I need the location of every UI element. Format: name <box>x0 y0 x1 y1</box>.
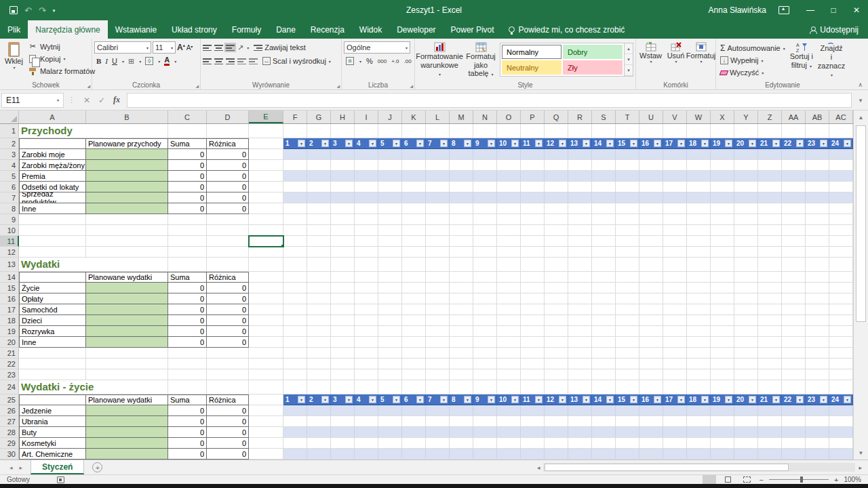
clipboard-dialog-launcher-icon[interactable]: ◢ <box>87 83 90 88</box>
font-name-select[interactable]: Calibri▾ <box>94 41 151 54</box>
row-header-17[interactable]: 17 <box>0 304 19 315</box>
close-button[interactable]: ✕ <box>845 0 868 20</box>
ribbon-tab-recenzja[interactable]: Recenzja <box>303 20 352 39</box>
filter-cell-20[interactable]: 20▼ <box>734 138 758 148</box>
italic-button[interactable]: I <box>105 57 108 65</box>
filter-cell-17[interactable]: 17▼ <box>663 394 687 405</box>
row-header-28[interactable]: 28 <box>0 427 19 438</box>
cell[interactable]: 0 <box>168 283 207 293</box>
filter-dropdown-icon[interactable]: ▼ <box>701 140 709 147</box>
scroll-right-icon[interactable]: ▸ <box>855 464 865 471</box>
filter-cell-24[interactable]: 24▼ <box>829 394 853 405</box>
column-header-I[interactable]: I <box>355 110 378 123</box>
filter-dropdown-icon[interactable]: ▼ <box>464 140 471 147</box>
cell[interactable] <box>249 171 283 182</box>
filter-dropdown-icon[interactable]: ▼ <box>677 140 685 147</box>
zoom-slider[interactable] <box>769 479 829 480</box>
filter-cell-21[interactable]: 21▼ <box>758 394 782 405</box>
cell[interactable]: Planowane przychody <box>86 138 168 149</box>
cell[interactable] <box>207 380 249 394</box>
cell[interactable]: 0 <box>168 405 207 416</box>
cell[interactable] <box>86 283 168 293</box>
autosum-button[interactable]: ΣAutosumowanie▾ <box>718 43 787 54</box>
grid-rest[interactable] <box>283 326 853 337</box>
filter-cell-15[interactable]: 15▼ <box>616 138 639 148</box>
cell[interactable]: Premia <box>19 171 86 182</box>
filter-dropdown-icon[interactable]: ▼ <box>321 140 329 147</box>
cell[interactable]: Planowane wydatki <box>86 394 168 405</box>
insert-cells-button[interactable]: Wstaw▾ <box>638 41 663 80</box>
filter-cell-24[interactable]: 24▼ <box>829 138 853 148</box>
cell[interactable] <box>19 272 86 283</box>
cell[interactable] <box>249 369 283 380</box>
filter-dropdown-icon[interactable]: ▼ <box>796 396 804 403</box>
row-header-16[interactable]: 16 <box>0 293 19 304</box>
filter-cell-14[interactable]: 14▼ <box>592 394 616 405</box>
save-icon[interactable] <box>9 6 18 14</box>
cell[interactable] <box>249 293 283 304</box>
cell[interactable] <box>207 258 249 272</box>
filter-cell-10[interactable]: 10▼ <box>497 138 521 148</box>
cell[interactable] <box>168 225 207 236</box>
filter-dropdown-icon[interactable]: ▼ <box>606 140 614 147</box>
row-header-10[interactable]: 10 <box>0 225 19 236</box>
grid-rest[interactable] <box>283 449 853 460</box>
filter-cell-5[interactable]: 5▼ <box>378 394 402 405</box>
row-header-23[interactable]: 23 <box>0 369 19 380</box>
cell[interactable]: 0 <box>168 449 207 460</box>
scroll-up-icon[interactable]: ▲ <box>854 110 868 124</box>
filter-cell-9[interactable]: 9▼ <box>473 138 497 148</box>
column-header-W[interactable]: W <box>687 110 711 123</box>
row-header-3[interactable]: 3 <box>0 149 19 160</box>
borders-icon[interactable]: ⊞ <box>128 57 134 66</box>
copy-button[interactable]: Kopiuj▾ <box>26 53 97 64</box>
filter-dropdown-icon[interactable]: ▼ <box>488 396 495 403</box>
cell[interactable] <box>249 427 283 438</box>
column-header-X[interactable]: X <box>711 110 734 123</box>
cell[interactable]: Różnica <box>207 394 249 405</box>
shrink-font-icon[interactable]: A▾ <box>186 44 193 52</box>
cell[interactable]: 0 <box>207 326 249 337</box>
paste-button[interactable]: Wklej ▾ <box>2 41 26 77</box>
cell[interactable] <box>168 380 207 394</box>
cell[interactable] <box>86 149 168 160</box>
share-button[interactable]: Udostępnij <box>810 20 868 39</box>
grid-rest[interactable] <box>283 272 853 283</box>
cell[interactable]: 0 <box>168 326 207 337</box>
horizontal-scrollbar[interactable]: ◂ ▸ <box>534 460 868 474</box>
align-middle-icon[interactable] <box>214 44 223 51</box>
row-header-27[interactable]: 27 <box>0 416 19 427</box>
filter-cell-12[interactable]: 12▼ <box>545 394 568 405</box>
row-header-13[interactable]: 13 <box>0 258 19 272</box>
cell[interactable] <box>249 348 283 359</box>
filter-cell-22[interactable]: 22▼ <box>782 138 806 148</box>
cell[interactable]: 0 <box>207 192 249 203</box>
row-header-30[interactable]: 30 <box>0 449 19 460</box>
filter-dropdown-icon[interactable]: ▼ <box>535 396 542 403</box>
filter-dropdown-icon[interactable]: ▼ <box>606 396 614 403</box>
percent-style-icon[interactable]: % <box>366 57 373 65</box>
cell[interactable]: 0 <box>207 160 249 171</box>
ribbon-tab-formu-y[interactable]: Formuły <box>224 20 269 39</box>
filter-cell-22[interactable]: 22▼ <box>782 394 806 405</box>
cell[interactable] <box>207 247 249 258</box>
comma-style-icon[interactable]: 000 <box>378 58 387 64</box>
grid-rest[interactable] <box>283 369 853 380</box>
filter-dropdown-icon[interactable]: ▼ <box>464 396 471 403</box>
column-header-O[interactable]: O <box>497 110 521 123</box>
cell[interactable] <box>207 124 249 138</box>
column-header-B[interactable]: B <box>86 110 168 123</box>
row-header-2[interactable]: 2 <box>0 138 19 149</box>
cell[interactable]: Ubrania <box>19 416 86 427</box>
cell[interactable] <box>86 304 168 315</box>
filter-cell-4[interactable]: 4▼ <box>355 138 378 148</box>
cell[interactable] <box>207 348 249 359</box>
column-header-N[interactable]: N <box>473 110 497 123</box>
cell[interactable]: 0 <box>207 405 249 416</box>
cell[interactable]: 0 <box>207 315 249 326</box>
cell[interactable] <box>168 258 207 272</box>
column-header-A[interactable]: A <box>19 110 86 123</box>
macro-record-icon[interactable] <box>57 476 64 483</box>
cell[interactable] <box>86 171 168 182</box>
filter-dropdown-icon[interactable]: ▼ <box>654 140 661 147</box>
